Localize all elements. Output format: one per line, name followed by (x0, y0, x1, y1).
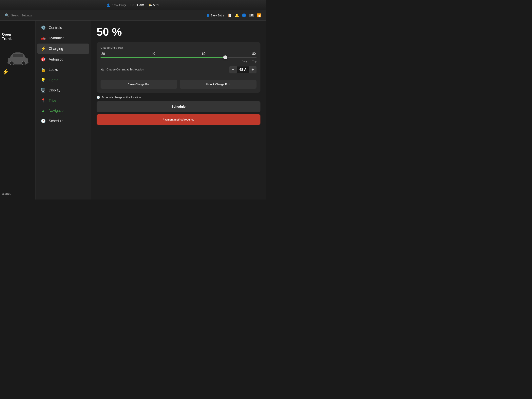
clock-icon: 🕐 (97, 96, 100, 99)
profile-name-display: 👤 Easy Entry (206, 14, 224, 17)
status-bar: 👤 Easy Entry 10:01 am 🌤️ 58°F (0, 0, 266, 10)
bluetooth-icon[interactable]: 🔵 (242, 13, 246, 18)
trip-button[interactable]: Trip (252, 60, 256, 63)
sidebar-item-schedule[interactable]: 🕐 Schedule (36, 116, 91, 126)
lte-badge: LTE (249, 14, 254, 17)
open-trunk-label[interactable]: OpenTrunk (2, 32, 12, 41)
slider-buttons: Daily Trip (101, 60, 256, 63)
charging-nav-icon: ⚡ (40, 46, 46, 51)
car-panel: OpenTrunk ⚡ alance (0, 21, 36, 200)
header-bar: 🔍 Search Settings 👤 Easy Entry 📋 🔔 🔵 LTE… (0, 10, 266, 21)
search-area[interactable]: 🔍 Search Settings (5, 13, 32, 18)
lights-icon: 💡 (40, 78, 46, 82)
sidebar-item-charging[interactable]: ⚡ Charging (37, 44, 89, 54)
profile-icon: 👤 (107, 3, 110, 7)
controls-icon: ⚙️ (40, 25, 46, 30)
weather-display: 🌤️ 58°F (148, 3, 159, 7)
charge-percentage: 50 % (97, 25, 260, 38)
sidebar-item-navigation[interactable]: ▲ Navigation (36, 106, 91, 116)
charge-limit-label: Charge Limit: 80% (101, 46, 256, 49)
plug-icon: 🔌 (101, 68, 104, 72)
svg-rect-4 (13, 54, 23, 57)
header-icons: 📋 🔔 🔵 LTE 📶 (228, 13, 261, 18)
slider-thumb[interactable] (223, 55, 227, 59)
port-buttons: Close Charge Port Unlock Charge Port (101, 77, 256, 89)
sidebar-item-controls[interactable]: ⚙️ Controls (36, 23, 91, 33)
charging-panel: 50 % Charge Limit: 80% 20 40 60 80 (91, 21, 266, 200)
display-label: Display (49, 88, 60, 92)
navigation-label: Navigation (49, 109, 65, 113)
profile-name-label: Easy Entry (211, 14, 224, 17)
autopilot-label: Autopilot (49, 57, 63, 62)
schedule-button[interactable]: Schedule (97, 101, 260, 112)
slider-track (101, 57, 256, 58)
unlock-charge-port-button[interactable]: Unlock Charge Port (180, 80, 256, 89)
close-charge-port-button[interactable]: Close Charge Port (101, 80, 177, 89)
charge-current-label-area: 🔌 Charge Current at this location (101, 68, 144, 72)
payment-method-button[interactable]: Payment method required (97, 114, 260, 125)
temperature-value: 58°F (153, 3, 159, 7)
lights-label: Lights (49, 78, 58, 82)
sidebar-item-display[interactable]: 🖥️ Display (36, 85, 91, 95)
charge-current-row: 🔌 Charge Current at this location − 48 A… (101, 63, 256, 76)
locks-label: Locks (49, 68, 58, 72)
controls-label: Controls (49, 26, 62, 30)
schedule-header-text: Schedule charge at this location (101, 96, 141, 99)
profile-status: 👤 Easy Entry (107, 3, 126, 7)
slider-marks: 20 40 60 80 (101, 52, 256, 56)
charging-bolt-icon: ⚡ (2, 69, 9, 75)
bell-icon[interactable]: 🔔 (235, 13, 239, 18)
balance-label: alance (2, 192, 11, 196)
daily-button[interactable]: Daily (242, 60, 247, 63)
display-icon: 🖥️ (40, 88, 46, 93)
mark-20: 20 (101, 52, 105, 56)
charge-limit-card: Charge Limit: 80% 20 40 60 80 Daily (97, 42, 260, 93)
profile-area: 👤 Easy Entry 📋 🔔 🔵 LTE 📶 (206, 13, 261, 18)
mark-60: 60 (202, 52, 205, 56)
content-area: OpenTrunk ⚡ alance ⚙️ Controls (0, 21, 266, 200)
document-icon[interactable]: 📋 (228, 13, 232, 18)
sidebar-item-autopilot[interactable]: 🎯 Autopilot (36, 54, 91, 64)
svg-point-2 (10, 61, 14, 65)
mark-80: 80 (252, 52, 256, 56)
schedule-icon: 🕐 (40, 119, 46, 123)
search-placeholder: Search Settings (11, 14, 32, 17)
weather-icon: 🌤️ (148, 3, 152, 7)
sidebar-item-locks[interactable]: 🔒 Locks (36, 64, 91, 75)
main-container: 🔍 Search Settings 👤 Easy Entry 📋 🔔 🔵 LTE… (0, 10, 266, 200)
sidebar-item-trips[interactable]: 📍 Trips (36, 95, 91, 106)
profile-user-icon: 👤 (206, 14, 209, 17)
sidebar-item-lights[interactable]: 💡 Lights (36, 75, 91, 85)
navigation-icon: ▲ (40, 108, 46, 113)
search-icon: 🔍 (5, 13, 9, 18)
slider-fill (101, 57, 225, 58)
svg-point-3 (22, 61, 26, 65)
schedule-section: 🕐 Schedule charge at this location Sched… (97, 96, 260, 125)
charging-label: Charging (49, 47, 63, 51)
sidebar-item-dynamics[interactable]: 🚗 Dynamics (36, 33, 91, 43)
sidebar: ⚙️ Controls 🚗 Dynamics ⚡ Charging 🎯 Auto… (36, 21, 91, 200)
schedule-header: 🕐 Schedule charge at this location (97, 96, 260, 99)
dynamics-icon: 🚗 (40, 36, 46, 40)
time-display: 10:01 am (130, 3, 144, 7)
dynamics-label: Dynamics (49, 36, 64, 40)
schedule-nav-label: Schedule (49, 119, 63, 123)
increase-current-button[interactable]: + (249, 66, 256, 73)
car-icon (6, 47, 30, 67)
time-value: 10:01 am (130, 3, 144, 7)
charge-current-text: Charge Current at this location (107, 68, 144, 71)
trips-label: Trips (49, 99, 57, 103)
charge-slider-container[interactable] (101, 57, 256, 58)
current-controls: − 48 A + (229, 66, 256, 73)
mark-40: 40 (152, 52, 155, 56)
locks-icon: 🔒 (40, 67, 46, 72)
current-value-display: 48 A (237, 66, 249, 73)
autopilot-icon: 🎯 (40, 57, 46, 62)
signal-icon: 📶 (257, 13, 261, 18)
profile-status-label: Easy Entry (111, 3, 126, 7)
trips-icon: 📍 (40, 98, 46, 103)
decrease-current-button[interactable]: − (229, 66, 237, 73)
